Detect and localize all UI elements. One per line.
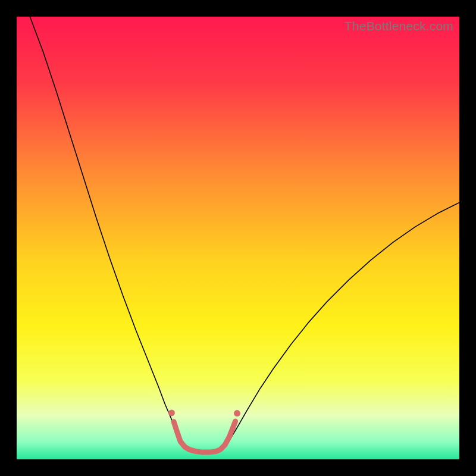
bottom-marker-dot-left	[168, 409, 175, 416]
chart-svg	[17, 17, 459, 459]
watermark-label: TheBottleneck.com	[345, 19, 453, 33]
bottom-marker-dot-right	[234, 410, 240, 416]
gradient-background	[17, 17, 459, 459]
outer-frame: TheBottleneck.com	[0, 0, 476, 476]
plot-area: TheBottleneck.com	[17, 17, 459, 459]
